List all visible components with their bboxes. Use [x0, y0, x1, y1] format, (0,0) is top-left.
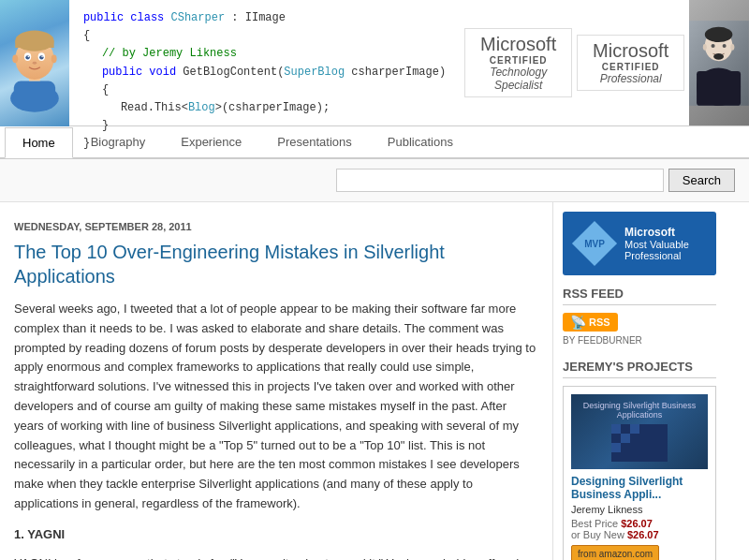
post-intro-paragraph: Several weeks ago, I tweeted that a lot … [14, 300, 538, 514]
page-header: public class CSharper : IImage { // by J… [0, 0, 749, 126]
svg-point-17 [705, 26, 733, 41]
feedburner-label: BY FEEDBURNER [563, 335, 716, 346]
search-input[interactable] [336, 169, 664, 192]
svg-rect-5 [15, 40, 53, 47]
book-listing: Designing Silverlight Business Applicati… [563, 386, 716, 560]
svg-point-14 [51, 54, 57, 63]
svg-point-23 [731, 44, 735, 51]
cert1-brand: Microsoft [473, 34, 564, 55]
svg-point-8 [25, 55, 29, 59]
svg-rect-19 [697, 70, 741, 105]
post-date: WEDNESDAY, SEPTEMBER 28, 2011 [14, 221, 538, 232]
post-section1-body: YAGNI is a fun acronym that stands for, … [14, 554, 538, 560]
post-title: The Top 10 Over-Engineering Mistakes in … [14, 240, 538, 288]
amazon-label: from amazon.com [578, 549, 653, 559]
cert1-sub2: Specialist [473, 79, 564, 92]
svg-rect-26 [611, 424, 621, 434]
book-author: Jeremy Likness [571, 504, 708, 515]
rss-section: RSS FEED 📡 RSS BY FEEDBURNER [563, 287, 716, 346]
post-section1-title: 1. YAGNI [14, 525, 538, 545]
tab-home[interactable]: Home [5, 127, 73, 158]
cert2-brand: Microsoft [585, 40, 676, 62]
svg-point-22 [703, 44, 707, 51]
header-code-block: public class CSharper : IImage { // by J… [69, 0, 460, 125]
cert-technology-specialist: Microsoft CERTIFIED Technology Specialis… [464, 28, 572, 97]
rss-button[interactable]: 📡 RSS [563, 313, 618, 332]
author-photo [689, 0, 749, 125]
post-body: Several weeks ago, I tweeted that a lot … [14, 300, 538, 560]
svg-point-10 [28, 55, 29, 56]
blog-content: WEDNESDAY, SEPTEMBER 28, 2011 The Top 10… [0, 202, 552, 560]
svg-point-21 [723, 44, 727, 48]
tab-publications[interactable]: Publications [370, 126, 471, 157]
mvp-text: Microsoft Most Valuable Professional [624, 226, 689, 261]
book-cover: Designing Silverlight Business Applicati… [571, 394, 708, 469]
mvp-label: MVP [584, 239, 605, 249]
tab-biography[interactable]: Biography [73, 126, 164, 157]
book-price-block: Best Price $26.07 [571, 518, 708, 529]
cert2-sub: Professional [585, 72, 676, 85]
book-best-price: $26.07 [621, 518, 653, 529]
book-new-price: $26.07 [627, 529, 659, 540]
svg-rect-28 [630, 424, 639, 434]
amazon-button[interactable]: from amazon.com [571, 545, 659, 560]
svg-rect-27 [621, 424, 630, 434]
main-navigation: Home Biography Experience Presentations … [0, 126, 749, 159]
svg-rect-33 [621, 443, 630, 452]
svg-rect-1 [14, 81, 55, 105]
projects-title: JEREMY'S PROJECTS [563, 360, 716, 378]
main-content: WEDNESDAY, SEPTEMBER 28, 2011 The Top 10… [0, 202, 749, 560]
cert1-sub1: Technology [473, 66, 564, 79]
search-bar: Search [0, 159, 749, 202]
svg-point-12 [33, 61, 37, 64]
svg-point-11 [41, 55, 42, 56]
svg-rect-31 [630, 434, 639, 443]
cert2-certified: CERTIFIED [585, 62, 676, 72]
rss-title: RSS FEED [563, 287, 716, 305]
svg-rect-32 [611, 443, 621, 452]
svg-rect-30 [621, 434, 630, 443]
projects-section: JEREMY'S PROJECTS Designing Silverlight … [563, 360, 716, 560]
book-new-price-block: or Buy New $26.07 [571, 529, 708, 540]
svg-point-20 [712, 44, 715, 48]
svg-point-13 [12, 54, 18, 63]
cert-professional: Microsoft CERTIFIED Professional [577, 35, 684, 91]
svg-point-24 [713, 53, 724, 60]
avatar [0, 0, 69, 126]
tab-experience[interactable]: Experience [163, 126, 259, 157]
cert1-certified: CERTIFIED [473, 55, 564, 66]
search-button[interactable]: Search [668, 169, 735, 192]
svg-point-9 [39, 55, 43, 59]
sidebar: MVP Microsoft Most Valuable Professional… [552, 202, 726, 560]
tab-presentations[interactable]: Presentations [259, 126, 370, 157]
mvp-badge: MVP Microsoft Most Valuable Professional [563, 212, 716, 275]
svg-rect-29 [611, 434, 621, 443]
book-title[interactable]: Designing Silverlight Business Appli... [571, 475, 708, 501]
